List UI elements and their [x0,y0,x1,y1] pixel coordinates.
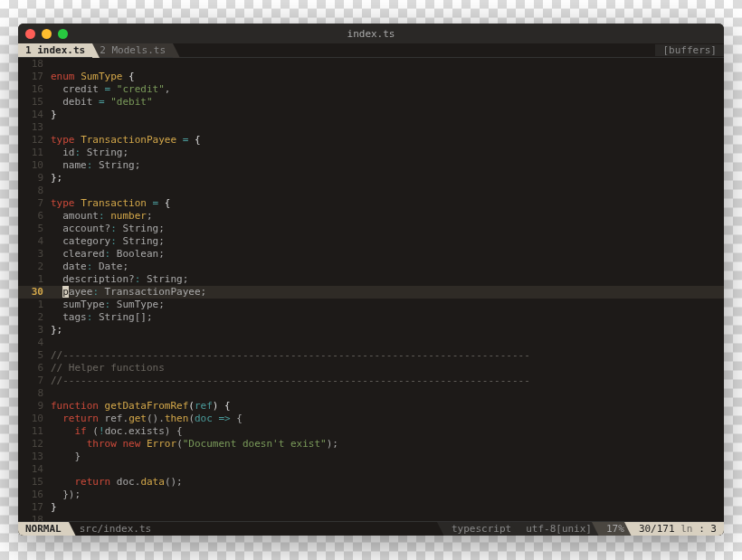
line-number: 18 [18,514,51,521]
line-content: }; [51,172,62,185]
line-content: return ref.get().then(doc => { [51,413,243,425]
line-number: 15 [18,476,51,489]
window-title: index.ts [347,28,395,40]
buffers-indicator[interactable]: [buffers] [655,44,724,56]
line-content: cleared: Boolean; [51,248,165,261]
line-number: 8 [18,387,51,400]
line-content: category: String; [51,235,165,248]
line-number: 18 [18,58,51,71]
line-number: 17 [18,501,51,514]
code-line: 10 return ref.get().then(doc => { [18,413,724,425]
terminal-window: index.ts 1 index.ts2 Models.ts [buffers]… [18,24,724,536]
line-content: debit = "debit" [51,96,153,109]
code-line: 16 }); [18,489,724,501]
code-line: 15 debit = "debit" [18,96,724,109]
code-line: 14} [18,109,724,121]
line-content: description?: String; [51,273,188,286]
tab-Models-ts[interactable]: 2 Models.ts [92,43,173,57]
filetype-segment: typescript [444,522,518,536]
encoding-segment: utf-8[unix] [518,522,599,536]
code-line: 10 name: String; [18,159,724,172]
line-number: 30 [18,286,51,299]
line-number: 1 [18,299,51,311]
line-number: 14 [18,463,51,476]
line-content: credit = "credit", [51,83,170,96]
code-line: 7//-------------------------------------… [18,375,724,387]
line-content: //--------------------------------------… [51,375,530,387]
code-line: 17} [18,501,724,514]
line-number: 10 [18,159,51,172]
code-line: 15 return doc.data(); [18,476,724,489]
code-line: 30 payee: TransactionPayee; [18,286,724,299]
line-content: name: String; [51,159,140,172]
line-content: //--------------------------------------… [51,349,530,362]
line-number: 3 [18,248,51,261]
tab-bar: 1 index.ts2 Models.ts [buffers] [18,43,724,58]
code-line: 9function getDataFromRef(ref) { [18,400,724,413]
line-number: 9 [18,172,51,185]
position-segment: 30/171 ln : 3 [632,522,724,536]
code-line: 5 account?: String; [18,223,724,235]
line-number: 4 [18,235,51,248]
maximize-icon[interactable] [58,29,68,39]
code-line: 1 description?: String; [18,273,724,286]
line-content: enum SumType { [51,71,135,83]
line-number: 9 [18,400,51,413]
editor-area[interactable]: 1817enum SumType {16 credit = "credit",1… [18,58,724,521]
line-number: 11 [18,425,51,438]
line-content: // Helper functions [51,362,165,375]
line-number: 1 [18,273,51,286]
line-number: 12 [18,438,51,451]
vim-mode: NORMAL [18,522,69,536]
line-number: 15 [18,96,51,109]
line-content: } [51,501,57,514]
line-content: amount: number; [51,210,153,223]
code-line: 1 sumType: SumType; [18,299,724,311]
code-line: 9}; [18,172,724,185]
code-line: 11 if (!doc.exists) { [18,425,724,438]
code-line: 6 amount: number; [18,210,724,223]
line-content: type TransactionPayee = { [51,134,201,147]
code-line: 14 [18,463,724,476]
line-content: } [51,109,57,121]
line-number: 6 [18,210,51,223]
code-line: 8 [18,185,724,197]
line-content: payee: TransactionPayee; [51,286,206,299]
titlebar: index.ts [18,24,724,43]
line-content: if (!doc.exists) { [51,425,183,438]
line-content: function getDataFromRef(ref) { [51,400,231,413]
line-content: throw new Error("Document doesn't exist"… [51,438,338,451]
code-line: 8 [18,387,724,400]
close-icon[interactable] [25,29,35,39]
minimize-icon[interactable] [42,29,52,39]
code-line: 16 credit = "credit", [18,83,724,96]
line-number: 7 [18,375,51,387]
code-line: 4 [18,337,724,349]
line-number: 12 [18,134,51,147]
tab-index-ts[interactable]: 1 index.ts [18,43,92,57]
code-line: 18 [18,514,724,521]
line-content: }; [51,324,62,337]
line-number: 16 [18,489,51,501]
line-content: date: Date; [51,261,128,273]
file-path: src/index.ts [69,523,162,535]
line-content: }); [51,489,81,501]
line-content: } [51,451,81,463]
line-number: 8 [18,185,51,197]
line-content: type Transaction = { [51,197,170,210]
line-number: 16 [18,83,51,96]
line-number: 2 [18,311,51,324]
code-line: 4 category: String; [18,235,724,248]
code-line: 7type Transaction = { [18,197,724,210]
code-line: 17enum SumType { [18,71,724,83]
code-line: 12 throw new Error("Document doesn't exi… [18,438,724,451]
line-content: sumType: SumType; [51,299,165,311]
code-line: 3 cleared: Boolean; [18,248,724,261]
code-line: 2 date: Date; [18,261,724,273]
line-content: id: String; [51,147,128,159]
status-bar: NORMAL src/index.ts typescript utf-8[uni… [18,521,724,536]
line-number: 10 [18,413,51,425]
code-line: 12type TransactionPayee = { [18,134,724,147]
code-line: 13 [18,121,724,134]
line-content: account?: String; [51,223,165,235]
